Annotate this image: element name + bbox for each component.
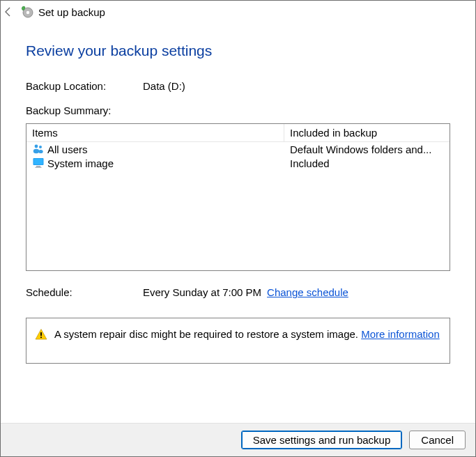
schedule-label: Schedule: bbox=[26, 286, 143, 298]
backup-location-value: Data (D:) bbox=[143, 80, 185, 92]
footer-bar: Save settings and run backup Cancel bbox=[1, 423, 475, 456]
backup-app-icon bbox=[20, 5, 34, 19]
info-text: A system repair disc might be required t… bbox=[54, 328, 361, 340]
page-heading: Review your backup settings bbox=[26, 42, 450, 59]
info-text-container: A system repair disc might be required t… bbox=[54, 328, 440, 340]
info-box: A system repair disc might be required t… bbox=[26, 318, 450, 364]
svg-rect-7 bbox=[34, 159, 43, 164]
summary-table: Items Included in backup All users bbox=[26, 123, 450, 271]
titlebar: Set up backup bbox=[1, 1, 475, 22]
schedule-value: Every Sunday at 7:00 PM bbox=[143, 286, 261, 298]
svg-rect-8 bbox=[36, 166, 40, 167]
row-included-text: Included bbox=[284, 157, 450, 170]
svg-point-3 bbox=[39, 146, 42, 148]
users-icon bbox=[32, 143, 45, 155]
change-schedule-link[interactable]: Change schedule bbox=[267, 286, 348, 298]
more-information-link[interactable]: More information bbox=[361, 328, 440, 340]
content-area: Review your backup settings Backup Locat… bbox=[1, 22, 475, 423]
backup-summary-label: Backup Summary: bbox=[26, 104, 450, 116]
summary-header-row: Items Included in backup bbox=[26, 124, 450, 142]
col-header-items[interactable]: Items bbox=[26, 124, 284, 142]
svg-rect-11 bbox=[40, 336, 42, 338]
back-arrow-icon[interactable] bbox=[2, 6, 15, 18]
wizard-window: Set up backup Review your backup setting… bbox=[0, 0, 476, 457]
backup-location-row: Backup Location: Data (D:) bbox=[26, 80, 450, 92]
window-title: Set up backup bbox=[38, 6, 105, 18]
svg-point-4 bbox=[33, 149, 39, 153]
cancel-button[interactable]: Cancel bbox=[409, 431, 466, 449]
svg-point-1 bbox=[26, 11, 29, 14]
row-included-text: Default Windows folders and... bbox=[284, 143, 450, 156]
table-row[interactable]: System image Included bbox=[26, 156, 450, 170]
backup-location-label: Backup Location: bbox=[26, 80, 143, 92]
schedule-row: Schedule: Every Sunday at 7:00 PM Change… bbox=[26, 286, 450, 298]
svg-rect-10 bbox=[40, 332, 42, 336]
table-row[interactable]: All users Default Windows folders and... bbox=[26, 142, 450, 156]
svg-point-5 bbox=[38, 150, 43, 153]
save-and-run-button[interactable]: Save settings and run backup bbox=[241, 431, 403, 449]
row-item-text: All users bbox=[47, 144, 88, 155]
svg-rect-9 bbox=[36, 167, 42, 168]
warning-icon bbox=[35, 328, 47, 341]
svg-point-2 bbox=[35, 145, 38, 148]
monitor-icon bbox=[32, 157, 45, 169]
row-item-text: System image bbox=[47, 157, 114, 169]
col-header-included[interactable]: Included in backup bbox=[284, 124, 450, 142]
